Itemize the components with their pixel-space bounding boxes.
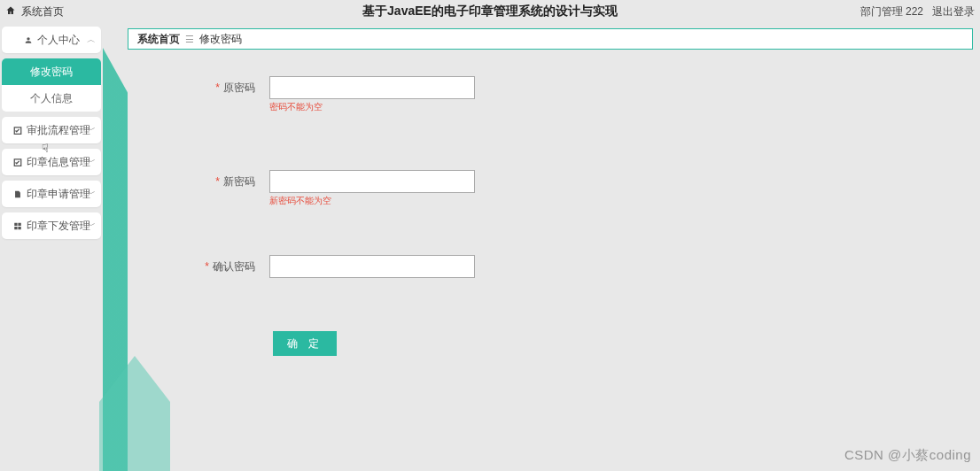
sidebar-item-label: 印章下发管理 (27, 219, 90, 234)
new-password-error: 新密码不能为空 (269, 195, 331, 207)
required-star-icon: * (215, 81, 220, 94)
sidebar-item-seal-apply[interactable]: 印章申请管理 ﹀ (2, 181, 101, 207)
grid-icon (13, 221, 22, 231)
chevron-down-icon: ﹀ (87, 188, 96, 200)
submit-button[interactable]: 确 定 (273, 331, 337, 356)
chevron-up-icon: ︿ (87, 34, 96, 46)
sidebar: 个人中心 ︿ 修改密码 个人信息 审批流程管理 ﹀ (0, 23, 103, 471)
chevron-down-icon: ﹀ (87, 124, 96, 136)
document-icon (13, 189, 22, 199)
sidebar-item-seal-issue[interactable]: 印章下发管理 ﹀ (2, 212, 101, 239)
sidebar-sub-label: 个人信息 (30, 91, 73, 106)
new-password-input[interactable] (269, 170, 475, 193)
breadcrumb-current: 修改密码 (199, 32, 242, 47)
chevron-down-icon: ﹀ (87, 156, 96, 168)
sidebar-item-seal-info[interactable]: 印章信息管理 ﹀ (2, 149, 101, 175)
required-star-icon: * (205, 260, 209, 273)
breadcrumb: 系统首页 ☰ 修改密码 (128, 28, 973, 50)
old-password-error: 密码不能为空 (269, 101, 323, 113)
sidebar-item-personal[interactable]: 个人中心 ︿ (2, 27, 101, 53)
old-password-label: *原密码 (181, 81, 269, 96)
old-password-input[interactable] (269, 76, 475, 99)
sidebar-sub-label: 修改密码 (30, 65, 73, 80)
sidebar-sub-profile[interactable]: 个人信息 (2, 85, 101, 112)
breadcrumb-root[interactable]: 系统首页 (137, 32, 180, 47)
sidebar-item-label: 印章申请管理 (27, 187, 90, 202)
confirm-password-label: *确认密码 (181, 259, 269, 274)
logout-link[interactable]: 退出登录 (932, 4, 975, 19)
new-password-label: *新密码 (181, 174, 269, 189)
sidebar-item-label: 审批流程管理 (27, 123, 90, 138)
decor-strip (103, 23, 128, 471)
user-icon (24, 35, 33, 45)
home-icon (5, 5, 16, 19)
sidebar-item-approval[interactable]: 审批流程管理 ﹀ (2, 117, 101, 143)
required-star-icon: * (215, 175, 220, 188)
main-content: 系统首页 ☰ 修改密码 *原密码 密码不能为空 *新密码 新 (128, 23, 980, 471)
header: 系统首页 基于JavaEE的电子印章管理系统的设计与实现 部门管理 222 退出… (0, 0, 980, 23)
sidebar-item-label: 个人中心 (37, 33, 80, 48)
chevron-down-icon: ﹀ (87, 220, 96, 232)
sidebar-item-label: 印章信息管理 (27, 155, 90, 170)
sidebar-sub-change-password[interactable]: 修改密码 (2, 58, 101, 85)
check-icon (13, 158, 22, 167)
header-user[interactable]: 部门管理 222 (860, 4, 923, 19)
breadcrumb-sep-icon: ☰ (185, 34, 194, 45)
header-home-label[interactable]: 系统首页 (21, 4, 64, 19)
watermark: CSDN @小蔡coding (844, 447, 971, 464)
check-icon (13, 126, 22, 135)
page-title: 基于JavaEE的电子印章管理系统的设计与实现 (362, 4, 618, 19)
confirm-password-input[interactable] (269, 255, 475, 278)
